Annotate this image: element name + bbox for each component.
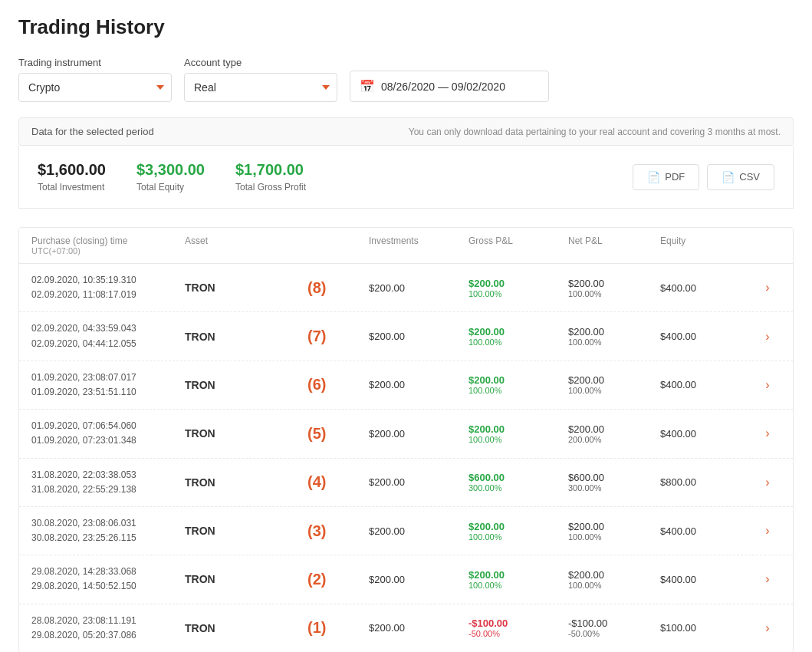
header-time: Purchase (closing) time UTC(+07:00): [31, 235, 185, 255]
cell-number-4: (4): [307, 473, 369, 491]
cell-net-pl-6: $200.00 100.00%: [568, 569, 660, 590]
expand-row-button-5[interactable]: ›: [752, 524, 783, 538]
header-gross-pl: Gross P&L: [468, 235, 568, 255]
pdf-icon: 📄: [647, 171, 660, 183]
cell-asset-3: TRON: [185, 427, 307, 440]
cell-net-pl-5: $200.00 100.00%: [568, 521, 660, 542]
total-equity-label: Total Equity: [136, 182, 205, 193]
expand-row-button-6[interactable]: ›: [752, 572, 783, 586]
total-equity-value: $3,300.00: [136, 161, 205, 179]
cell-number-1: (7): [307, 328, 369, 345]
time2-2: 01.09.2020, 23:51:51.110: [31, 385, 185, 400]
cell-time-5: 30.08.2020, 23:08:06.031 30.08.2020, 23:…: [31, 516, 185, 545]
net-pl-pct-6: 100.00%: [568, 581, 660, 590]
cell-number-7: (1): [307, 619, 369, 637]
cell-asset-4: TRON: [185, 476, 307, 489]
instrument-select[interactable]: Crypto Forex Stocks: [18, 73, 172, 102]
data-period-bar: Data for the selected period You can onl…: [18, 117, 794, 146]
cell-gross-pl-5: $200.00 100.00%: [468, 521, 568, 542]
gross-pl-pct-6: 100.00%: [468, 581, 501, 590]
net-pl-pct-5: 100.00%: [568, 532, 660, 542]
total-investment-item: $1,600.00 Total Investment: [38, 161, 106, 193]
gross-pl-pct-3: 100.00%: [468, 435, 501, 444]
cell-net-pl-4: $600.00 300.00%: [568, 472, 660, 492]
cell-asset-2: TRON: [185, 379, 307, 391]
summary-actions: 📄 PDF 📄 CSV: [633, 164, 774, 190]
time1-3: 01.09.2020, 07:06:54.060: [31, 419, 185, 433]
cell-gross-pl-1: $200.00 100.00%: [468, 326, 568, 347]
header-investments: Investments: [369, 235, 468, 255]
cell-equity-0: $400.00: [660, 282, 752, 294]
total-gross-profit-value: $1,700.00: [235, 161, 306, 179]
account-filter-group: Account type Real Demo: [184, 57, 337, 102]
header-expand: [752, 235, 783, 255]
time1-7: 28.08.2020, 23:08:11.191: [31, 614, 185, 628]
gross-pl-value-1: $200.00: [468, 326, 505, 338]
expand-row-button-0[interactable]: ›: [752, 281, 783, 295]
table-row: 28.08.2020, 23:08:11.191 29.08.2020, 05:…: [19, 604, 793, 652]
cell-investment-7: $200.00: [369, 622, 468, 634]
time1-0: 02.09.2020, 10:35:19.310: [31, 273, 185, 288]
trade-history-table: Purchase (closing) time UTC(+07:00) Asse…: [18, 227, 794, 652]
cell-investment-0: $200.00: [369, 282, 468, 294]
time2-4: 31.08.2020, 22:55:29.138: [31, 482, 185, 497]
expand-row-button-2[interactable]: ›: [752, 378, 783, 392]
cell-asset-6: TRON: [185, 573, 307, 585]
net-pl-pct-1: 100.00%: [568, 338, 660, 347]
net-pl-pct-7: -50.00%: [568, 629, 660, 638]
cell-asset-1: TRON: [185, 331, 307, 343]
cell-investment-6: $200.00: [369, 574, 468, 585]
gross-pl-value-7: -$100.00: [468, 617, 508, 629]
gross-pl-pct-5: 100.00%: [468, 532, 501, 542]
net-pl-pct-2: 100.00%: [568, 386, 660, 395]
pdf-export-button[interactable]: 📄 PDF: [633, 164, 699, 190]
cell-gross-pl-2: $200.00 100.00%: [468, 374, 568, 395]
account-select[interactable]: Real Demo: [184, 73, 337, 102]
gross-pl-pct-7: -50.00%: [468, 629, 500, 638]
data-period-note: You can only download data pertaining to…: [409, 127, 781, 137]
cell-gross-pl-0: $200.00 100.00%: [468, 278, 568, 298]
expand-row-button-1[interactable]: ›: [752, 330, 783, 344]
table-body: 02.09.2020, 10:35:19.310 02.09.2020, 11:…: [19, 264, 793, 652]
cell-time-3: 01.09.2020, 07:06:54.060 01.09.2020, 07:…: [31, 419, 185, 448]
date-range-label: [350, 54, 549, 66]
gross-pl-pct-4: 300.00%: [468, 483, 501, 492]
cell-number-5: (3): [307, 522, 369, 540]
expand-row-button-3[interactable]: ›: [752, 426, 783, 440]
cell-time-6: 29.08.2020, 14:28:33.068 29.08.2020, 14:…: [31, 565, 185, 594]
time2-0: 02.09.2020, 11:08:17.019: [31, 288, 185, 302]
gross-pl-value-0: $200.00: [468, 278, 505, 289]
time1-5: 30.08.2020, 23:08:06.031: [31, 516, 185, 531]
gross-pl-pct-0: 100.00%: [468, 289, 501, 298]
net-pl-value-6: $200.00: [568, 569, 660, 581]
total-gross-profit-item: $1,700.00 Total Gross Profit: [235, 161, 306, 193]
expand-row-button-7[interactable]: ›: [752, 621, 783, 635]
csv-export-button[interactable]: 📄 CSV: [707, 164, 774, 190]
gross-pl-pct-1: 100.00%: [468, 338, 501, 347]
cell-gross-pl-7: -$100.00 -50.00%: [468, 617, 568, 638]
account-select-wrapper: Real Demo: [184, 73, 337, 102]
filters-row: Trading instrument Crypto Forex Stocks A…: [18, 54, 794, 102]
table-row: 30.08.2020, 23:08:06.031 30.08.2020, 23:…: [19, 507, 793, 555]
instrument-label: Trading instrument: [18, 57, 172, 68]
cell-net-pl-1: $200.00 100.00%: [568, 326, 660, 347]
expand-row-button-4[interactable]: ›: [752, 476, 783, 489]
time2-5: 30.08.2020, 23:25:26.115: [31, 531, 185, 545]
table-row: 31.08.2020, 22:03:38.053 31.08.2020, 22:…: [19, 459, 793, 507]
cell-investment-5: $200.00: [369, 525, 468, 537]
cell-equity-5: $400.00: [660, 525, 752, 537]
table-row: 01.09.2020, 07:06:54.060 01.09.2020, 07:…: [19, 410, 793, 458]
table-row: 29.08.2020, 14:28:33.068 29.08.2020, 14:…: [19, 555, 793, 604]
cell-gross-pl-6: $200.00 100.00%: [468, 569, 568, 590]
cell-equity-7: $100.00: [660, 622, 752, 634]
cell-time-1: 02.09.2020, 04:33:59.043 02.09.2020, 04:…: [31, 321, 185, 351]
cell-number-2: (6): [307, 376, 369, 394]
header-number: [307, 235, 369, 255]
total-equity-item: $3,300.00 Total Equity: [136, 161, 205, 193]
time1-6: 29.08.2020, 14:28:33.068: [31, 565, 185, 579]
page-title: Trading History: [18, 15, 794, 39]
gross-pl-value-5: $200.00: [468, 521, 505, 532]
cell-investment-3: $200.00: [369, 428, 468, 440]
time2-3: 01.09.2020, 07:23:01.348: [31, 433, 185, 448]
date-range-picker[interactable]: 📅 08/26/2020 — 09/02/2020: [350, 71, 549, 102]
